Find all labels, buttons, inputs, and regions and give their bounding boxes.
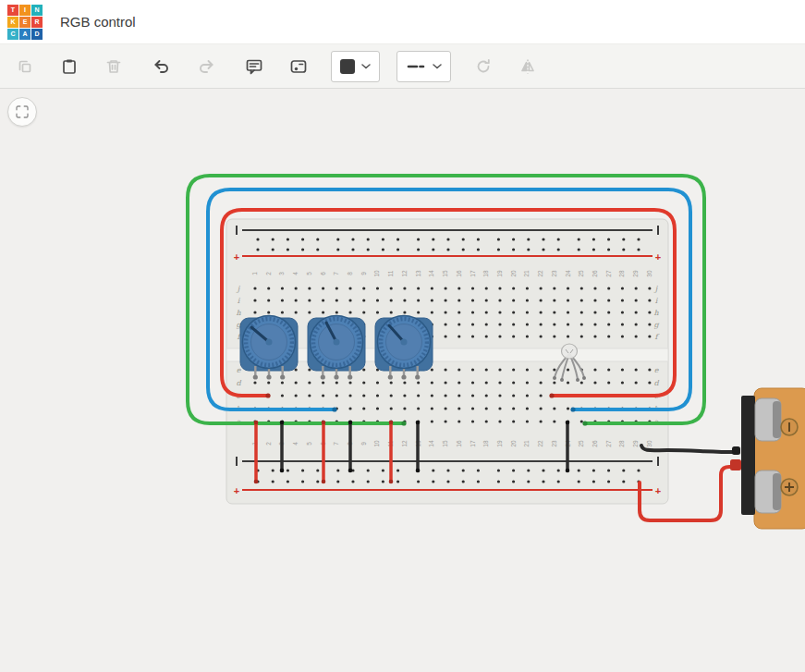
potentiometer-3[interactable]: [375, 316, 433, 380]
battery-terminal: [732, 446, 740, 455]
column-number: 26: [592, 270, 598, 277]
column-number: 14: [428, 270, 434, 277]
jumper-black-3[interactable]: [416, 421, 421, 473]
rotate-button[interactable]: [468, 51, 499, 82]
rail-minus-label: [236, 457, 238, 466]
column-number: 10: [373, 440, 380, 447]
row-letter: h: [236, 309, 241, 317]
wire-type-icon: [406, 56, 426, 77]
zoom-to-fit-icon: [14, 104, 30, 120]
component-labels-button[interactable]: [283, 51, 314, 82]
row-letter: g: [653, 321, 659, 329]
zoom-to-fit-button[interactable]: [7, 97, 37, 127]
mirror-button[interactable]: [512, 51, 543, 82]
annotation-button[interactable]: [238, 51, 270, 82]
column-number: 17: [470, 270, 476, 277]
column-number: 20: [510, 440, 517, 447]
jumper-red-3[interactable]: [389, 421, 394, 484]
jumper-red-1[interactable]: [254, 421, 259, 484]
column-number: 6: [320, 272, 326, 275]
redo-button[interactable]: [190, 51, 222, 82]
column-number: 28: [618, 440, 625, 447]
jumper-black-1[interactable]: [280, 421, 285, 473]
column-number: 8: [347, 272, 353, 275]
chevron-down-icon: [433, 64, 442, 69]
row-letter: h: [653, 309, 659, 317]
circuit-scene[interactable]: ++++112233445566778899101011111212131314…: [0, 89, 805, 672]
logo-cell: T: [7, 5, 18, 16]
labels-icon: [288, 56, 309, 77]
column-number: 22: [537, 270, 543, 277]
workplane[interactable]: ++++112233445566778899101011111212131314…: [0, 89, 805, 672]
trash-icon: [104, 56, 124, 77]
tinkercad-logo[interactable]: TINKERCAD: [7, 5, 43, 40]
column-number: 19: [496, 270, 503, 277]
rail-minus-label: [657, 457, 659, 466]
column-number: 24: [565, 270, 571, 277]
column-number: 9: [360, 442, 367, 446]
column-number: 27: [605, 440, 612, 447]
redo-icon: [196, 56, 216, 77]
logo-cell: E: [19, 17, 30, 28]
toolbar: [0, 44, 805, 89]
column-number: 13: [415, 270, 421, 277]
potentiometer-2[interactable]: [308, 316, 365, 380]
column-number: 16: [456, 270, 462, 277]
column-number: 5: [306, 442, 312, 446]
column-number: 25: [578, 270, 584, 277]
column-number: 25: [578, 440, 584, 447]
copy-icon: [15, 56, 35, 77]
column-number: 7: [333, 442, 339, 446]
jumper-black-2[interactable]: [348, 421, 353, 473]
design-title[interactable]: RGB control: [60, 14, 136, 30]
delete-button[interactable]: [98, 51, 129, 82]
column-number: 23: [551, 270, 557, 277]
column-number: 22: [537, 440, 543, 447]
column-number: 27: [605, 270, 612, 277]
column-number: 15: [442, 440, 448, 447]
column-number: 18: [482, 440, 489, 447]
column-number: 4: [292, 272, 299, 275]
undo-button[interactable]: [146, 51, 177, 82]
column-number: 1: [251, 272, 258, 275]
chevron-down-icon: [361, 64, 371, 69]
rail-plus-label: +: [234, 485, 239, 496]
paste-button[interactable]: [54, 51, 85, 82]
column-number: 20: [510, 270, 517, 277]
rail-minus-label: [657, 226, 659, 235]
rotate-icon: [473, 56, 494, 77]
note-icon: [244, 56, 264, 77]
column-number: 17: [470, 440, 476, 447]
column-number: 11: [387, 270, 394, 276]
wire-color-dropdown[interactable]: [331, 51, 380, 82]
paste-icon: [59, 56, 79, 77]
column-number: 4: [292, 442, 299, 446]
logo-cell: C: [7, 29, 18, 40]
column-number: 2: [265, 272, 272, 275]
jumper-red-2[interactable]: [322, 421, 326, 484]
jumper-black-4[interactable]: [566, 421, 570, 473]
mirror-icon: [518, 56, 538, 77]
column-number: 26: [592, 440, 598, 447]
column-number: 30: [646, 440, 653, 447]
column-number: 30: [646, 270, 653, 277]
logo-cell: N: [31, 5, 43, 16]
logo-cell: D: [31, 29, 43, 40]
column-number: 3: [278, 272, 285, 275]
rail-minus-label: [236, 226, 238, 235]
logo-cell: R: [31, 17, 43, 28]
copy-button[interactable]: [9, 51, 41, 82]
battery-terminal: [730, 459, 741, 470]
column-number: 9: [360, 272, 367, 275]
rail-plus-label: +: [655, 251, 661, 263]
tinkercad-circuits-app: TINKERCAD RGB control: [0, 0, 805, 672]
battery-pack[interactable]: [730, 388, 805, 529]
column-number: 10: [373, 270, 380, 277]
column-number: 21: [523, 440, 530, 447]
column-number: 28: [618, 270, 625, 277]
wire-type-dropdown[interactable]: [396, 51, 451, 82]
column-number: 12: [401, 440, 408, 447]
column-number: 14: [428, 440, 434, 447]
column-number: 15: [442, 270, 448, 277]
potentiometer-1[interactable]: [240, 316, 298, 380]
